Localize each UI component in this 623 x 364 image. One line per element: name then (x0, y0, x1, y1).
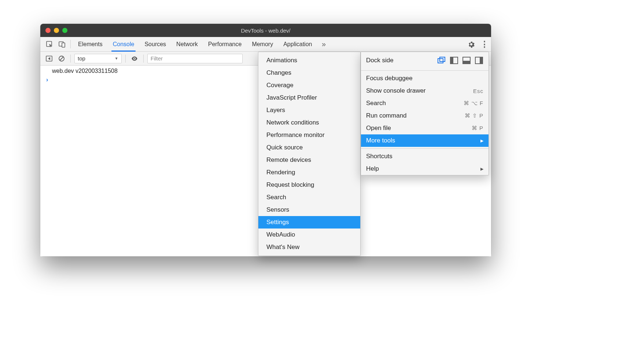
tab-label: Memory (252, 41, 273, 48)
submenu-item-changes[interactable]: Changes (258, 67, 360, 79)
tab-performance[interactable]: Performance (203, 37, 247, 51)
svg-point-6 (134, 58, 135, 59)
submenu-label: JavaScript Profiler (266, 94, 317, 101)
submenu-label: Animations (266, 57, 297, 64)
submenu-item-animations[interactable]: Animations (258, 54, 360, 67)
menu-label: Show console drawer (366, 87, 426, 94)
menu-shortcut: ⌘ ⇧ P (465, 112, 483, 119)
dock-side-row: Dock side (361, 52, 489, 69)
clear-console-icon[interactable] (56, 53, 67, 64)
submenu-label: Remote devices (266, 156, 311, 164)
submenu-item-rendering[interactable]: Rendering (258, 166, 360, 179)
submenu-label: Sensors (266, 206, 289, 213)
submenu-label: Request blocking (266, 181, 314, 189)
titlebar: DevTools - web.dev/ (40, 24, 491, 37)
menu-shortcut: Esc (473, 88, 483, 94)
svg-rect-8 (440, 57, 445, 62)
dock-bottom-icon[interactable] (462, 56, 471, 64)
panel-tabbar: Elements Console Sources Network Perform… (40, 37, 491, 52)
dock-side-label: Dock side (366, 57, 394, 64)
submenu-label: Performance monitor (266, 131, 325, 139)
filter-input[interactable]: Filter (147, 54, 243, 63)
submenu-item-network-conditions[interactable]: Network conditions (258, 116, 360, 129)
submenu-item-coverage[interactable]: Coverage (258, 79, 360, 92)
dock-left-icon[interactable] (450, 56, 458, 64)
menu-label: Focus debuggee (366, 75, 413, 82)
filter-placeholder: Filter (151, 55, 163, 62)
menu-shortcut: ⌘ P (472, 125, 483, 131)
more-tools-submenu: Animations Changes Coverage JavaScript P… (258, 52, 361, 256)
submenu-label: WebAudio (266, 231, 295, 238)
tab-memory[interactable]: Memory (247, 37, 278, 51)
menu-shortcut: ⌘ ⌥ F (464, 100, 484, 107)
menu-label: Run command (366, 112, 407, 119)
submenu-item-sensors[interactable]: Sensors (258, 204, 360, 216)
menu-item-shortcuts[interactable]: Shortcuts (361, 150, 489, 163)
submenu-item-search[interactable]: Search (258, 191, 360, 204)
svg-rect-2 (62, 43, 65, 47)
svg-rect-7 (438, 59, 443, 63)
tab-label: Network (176, 41, 198, 48)
submenu-item-settings[interactable]: Settings (258, 216, 360, 229)
submenu-label: Settings (266, 219, 289, 226)
tab-label: Performance (208, 41, 242, 48)
divider (70, 40, 71, 48)
menu-label: Open file (366, 125, 391, 132)
menu-item-show-console-drawer[interactable]: Show console drawer Esc (361, 85, 489, 97)
more-tabs-icon[interactable]: » (317, 37, 330, 51)
close-window-button[interactable] (45, 28, 51, 33)
live-expression-icon[interactable] (129, 53, 140, 64)
tab-elements[interactable]: Elements (73, 37, 108, 51)
menu-label: Search (366, 100, 386, 107)
kebab-menu-icon[interactable]: ⋮ (478, 37, 491, 51)
submenu-label: Search (266, 194, 286, 201)
inspect-element-icon[interactable] (43, 37, 56, 51)
submenu-label: What's New (266, 244, 299, 251)
settings-gear-icon[interactable] (465, 37, 478, 51)
zoom-window-button[interactable] (62, 28, 67, 33)
context-label: top (78, 55, 85, 62)
submenu-item-request-blocking[interactable]: Request blocking (258, 179, 360, 191)
dock-right-icon[interactable] (475, 56, 483, 64)
menu-item-open-file[interactable]: Open file ⌘ P (361, 122, 489, 134)
chevron-down-icon: ▼ (115, 56, 118, 60)
console-sidebar-toggle-icon[interactable] (44, 53, 54, 64)
menu-item-search[interactable]: Search ⌘ ⌥ F (361, 97, 489, 109)
svg-rect-12 (463, 61, 470, 64)
tab-network[interactable]: Network (171, 37, 203, 51)
svg-line-5 (60, 57, 63, 60)
tab-label: Console (113, 41, 134, 48)
submenu-item-whats-new[interactable]: What's New (258, 241, 360, 253)
window-controls (45, 28, 67, 33)
menu-label: More tools (366, 137, 395, 144)
submenu-item-webaudio[interactable]: WebAudio (258, 229, 360, 241)
tab-sources[interactable]: Sources (139, 37, 171, 51)
dock-undock-icon[interactable] (437, 56, 446, 64)
menu-item-focus-debuggee[interactable]: Focus debuggee (361, 72, 489, 85)
menu-item-run-command[interactable]: Run command ⌘ ⇧ P (361, 109, 489, 122)
tab-application[interactable]: Application (278, 37, 317, 51)
submenu-item-remote-devices[interactable]: Remote devices (258, 154, 360, 166)
svg-rect-14 (480, 57, 483, 64)
device-toolbar-icon[interactable] (56, 37, 68, 51)
submenu-item-performance-monitor[interactable]: Performance monitor (258, 129, 360, 141)
submenu-item-quick-source[interactable]: Quick source (258, 141, 360, 154)
menu-item-help[interactable]: Help (361, 163, 489, 175)
tab-console[interactable]: Console (108, 37, 140, 51)
submenu-item-layers[interactable]: Layers (258, 104, 360, 116)
submenu-label: Coverage (266, 82, 294, 89)
menu-item-more-tools[interactable]: More tools (361, 134, 489, 147)
menu-label: Help (366, 165, 379, 172)
tab-label: Sources (144, 41, 166, 48)
window-title: DevTools - web.dev/ (40, 27, 491, 34)
submenu-label: Quick source (266, 144, 303, 151)
submenu-label: Network conditions (266, 119, 319, 126)
submenu-item-javascript-profiler[interactable]: JavaScript Profiler (258, 92, 360, 104)
menu-label: Shortcuts (366, 153, 392, 160)
minimize-window-button[interactable] (54, 28, 59, 33)
tab-label: Elements (78, 41, 103, 48)
devtools-window: DevTools - web.dev/ Elements Console Sou… (40, 24, 491, 256)
context-selector[interactable]: top ▼ (74, 54, 122, 63)
main-menu: Dock side Focus debuggee S (361, 52, 489, 175)
submenu-label: Rendering (266, 169, 295, 176)
